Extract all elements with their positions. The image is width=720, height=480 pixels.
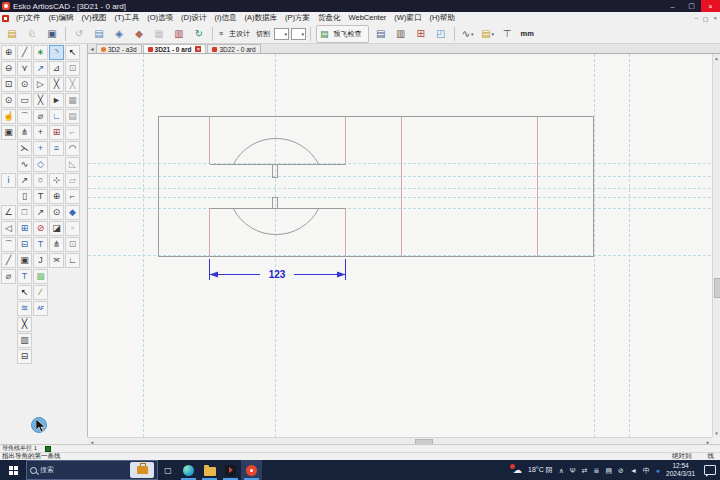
tool-button[interactable]: ◇ — [33, 157, 48, 172]
maximize-button[interactable]: ▢ — [682, 0, 701, 12]
tool-button[interactable]: T — [17, 269, 32, 284]
menu-item[interactable]: (O)选项 — [143, 13, 177, 23]
tool-button[interactable]: ⋎ — [17, 61, 32, 76]
tool-button[interactable]: ⊡ — [1, 77, 16, 92]
tool-button[interactable]: ⊙ — [1, 93, 16, 108]
snap-tool[interactable]: ∿▾ — [458, 24, 478, 43]
tool-button[interactable]: ⊞ — [49, 125, 64, 140]
ime-pad-icon[interactable]: ▤ — [605, 467, 612, 474]
lock-toggle[interactable]: ▥ — [391, 24, 411, 43]
database-info-icon[interactable]: ▥ — [169, 24, 189, 43]
tool-button[interactable]: ╱ — [17, 45, 32, 60]
tool-button[interactable] — [49, 157, 64, 172]
sync-icon[interactable]: ↻ — [189, 24, 209, 43]
tool-button[interactable]: ▷ — [33, 77, 48, 92]
tool-button[interactable]: ◁ — [1, 221, 16, 236]
signal-bars-icon[interactable]: ≣ — [594, 467, 600, 474]
tool-button[interactable]: ◺ — [65, 157, 80, 172]
tool-button[interactable]: ⌀ — [1, 269, 16, 284]
menu-item[interactable]: (H)帮助 — [425, 13, 458, 23]
vertical-scroll-thumb[interactable] — [714, 278, 720, 298]
menu-item[interactable]: WebCenter — [345, 13, 391, 23]
tool-button[interactable]: ≡ — [49, 141, 64, 156]
vertical-scrollbar[interactable]: ▴ ▾ — [712, 54, 720, 437]
menu-item[interactable]: (I)信息 — [210, 13, 240, 23]
child-document-icon[interactable] — [2, 15, 9, 22]
tab-close-icon[interactable]: × — [195, 46, 201, 52]
tool-button[interactable]: ⌒ — [1, 237, 16, 252]
tool-button[interactable] — [1, 157, 16, 172]
undo-icon[interactable]: ↺ — [69, 24, 89, 43]
tool-button[interactable]: ◠ — [65, 141, 80, 156]
view-select[interactable]: ▾ — [291, 28, 306, 40]
tool-button[interactable]: i — [1, 173, 16, 188]
tool-button[interactable]: T — [33, 189, 48, 204]
tool-button[interactable]: ╳ — [65, 77, 80, 92]
tool-button[interactable]: ⊙ — [17, 77, 32, 92]
taskbar-clock[interactable]: 12:54 2024/3/31 — [666, 462, 695, 478]
tool-button[interactable]: ▣ — [1, 125, 16, 140]
tool-button[interactable]: ▫ — [65, 221, 80, 236]
tool-button[interactable]: ⌀ — [33, 109, 48, 124]
screen-capture-icon[interactable]: ▤ — [89, 24, 109, 43]
tool-button[interactable]: ▤ — [65, 109, 80, 124]
menu-item[interactable]: (W)窗口 — [390, 13, 425, 23]
tool-button[interactable]: ⋔ — [49, 237, 64, 252]
tool-button[interactable]: ⊙ — [49, 205, 64, 220]
microphone-icon[interactable]: Ψ — [570, 467, 576, 474]
tsquare-tool[interactable]: ⊤ — [498, 24, 518, 43]
tool-button[interactable]: J — [33, 253, 48, 268]
weather-cloud-icon[interactable]: ☁ — [513, 466, 522, 475]
artioscad-app-button[interactable] — [241, 460, 262, 480]
tool-button[interactable]: ⊟ — [17, 349, 32, 364]
tool-button[interactable]: ⊞ — [17, 221, 32, 236]
tool-button[interactable]: ↖ — [17, 285, 32, 300]
lang-indicator[interactable]: 中 — [643, 467, 650, 474]
save-icon[interactable]: ▣ — [42, 24, 62, 43]
tool-button[interactable]: ∿ — [17, 157, 32, 172]
open-icon[interactable]: ▤ — [2, 24, 22, 43]
browse-icon[interactable]: ♘ — [22, 24, 42, 43]
tool-button[interactable]: ▦ — [65, 93, 80, 108]
tool-button[interactable]: + — [33, 125, 48, 140]
artwork-icon[interactable]: ◆ — [129, 24, 149, 43]
tool-button[interactable]: ∗ — [33, 45, 48, 60]
scroll-down-icon[interactable]: ▾ — [713, 429, 720, 437]
tool-button[interactable]: ↗ — [33, 61, 48, 76]
tool-button[interactable]: ≋ — [17, 301, 32, 316]
tool-button[interactable]: ╱ — [1, 253, 16, 268]
tool-button[interactable]: ⋋ — [17, 141, 32, 156]
tab-3d22[interactable]: 3D22 - 0 ard — [207, 44, 260, 53]
tool-button[interactable]: ∕ — [33, 285, 48, 300]
action-center-icon[interactable] — [704, 465, 716, 475]
tool-button[interactable]: ⌒ — [17, 109, 32, 124]
explorer-app-button[interactable] — [199, 460, 220, 480]
tool-button[interactable]: ⌐ — [65, 189, 80, 204]
tool-button[interactable]: ☝ — [1, 109, 16, 124]
layers-tool[interactable]: ▤▾ — [478, 24, 498, 43]
menu-item[interactable]: (V)视图 — [78, 13, 111, 23]
tool-button[interactable]: ◆ — [65, 205, 80, 220]
tool-button[interactable]: ▩ — [33, 269, 48, 284]
tool-button[interactable]: ▯ — [17, 189, 32, 204]
tool-button[interactable]: ↗ — [17, 173, 32, 188]
layer-select[interactable]: ▾ — [274, 28, 289, 40]
tool-button[interactable]: ▱ — [65, 173, 80, 188]
color-swatch[interactable] — [45, 446, 51, 452]
tool-button[interactable]: ⊡ — [65, 237, 80, 252]
edge-app-button[interactable] — [178, 460, 199, 480]
tool-button[interactable]: ▥ — [17, 333, 32, 348]
sync-arrows-icon[interactable]: ⇄ — [582, 467, 588, 474]
search-input[interactable]: 搜索 — [26, 460, 158, 480]
tool-button[interactable]: ∟ — [65, 253, 80, 268]
image-icon[interactable]: ▦ — [149, 24, 169, 43]
grid-toggle[interactable]: ⊞ — [411, 24, 431, 43]
drawing-canvas[interactable]: 123 — [88, 54, 712, 437]
tool-button[interactable]: ⊟ — [17, 237, 32, 252]
task-view-button[interactable]: ▢ — [158, 460, 178, 480]
menu-item[interactable]: (D)设计 — [177, 13, 210, 23]
tool-button[interactable]: ◪ — [49, 221, 64, 236]
tool-button[interactable]: ⊘ — [33, 221, 48, 236]
menu-item[interactable]: (F)文件 — [12, 13, 45, 23]
menu-item[interactable]: 货盘化 — [314, 13, 345, 23]
